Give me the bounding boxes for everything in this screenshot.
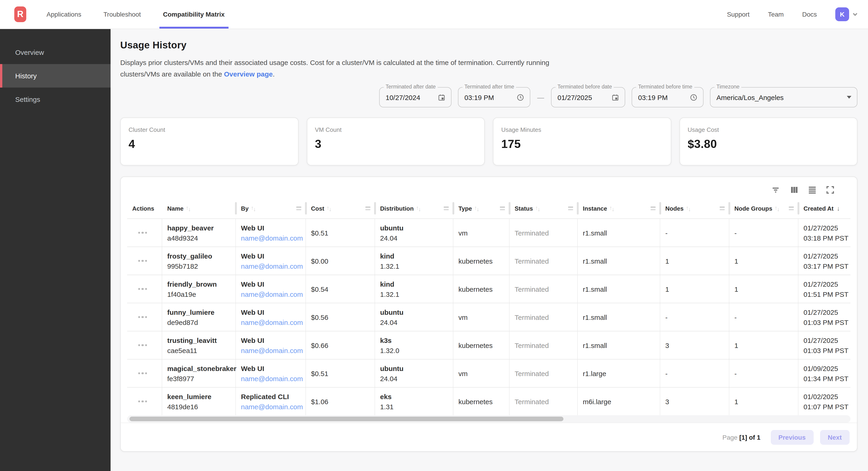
nav-link-support[interactable]: Support <box>727 10 750 18</box>
sort-desc-icon[interactable]: ↓ <box>837 205 840 212</box>
column-menu-icon[interactable] <box>789 206 794 210</box>
chevron-down-icon <box>852 11 858 17</box>
tab-troubleshoot[interactable]: Troubleshoot <box>103 0 141 29</box>
node-groups-cell: - <box>729 359 799 387</box>
fullscreen-icon[interactable] <box>825 184 836 196</box>
status-cell: Terminated <box>509 303 578 331</box>
sidebar-item-overview[interactable]: Overview <box>0 40 111 64</box>
stat-cards: Cluster Count 4 VM Count 3 Usage Minutes… <box>120 118 858 166</box>
sort-icon[interactable]: ↑↓ <box>775 206 780 211</box>
avatar[interactable]: K <box>835 7 849 21</box>
row-actions-button[interactable] <box>135 229 150 237</box>
tab-applications[interactable]: Applications <box>46 0 81 29</box>
column-menu-icon[interactable] <box>568 206 573 210</box>
horizontal-scrollbar[interactable] <box>127 415 850 422</box>
column-menu-icon[interactable] <box>444 206 449 210</box>
table-row: keen_lumiere 4819de16 Replicated CLI nam… <box>127 387 850 415</box>
stat-usage-minutes: Usage Minutes 175 <box>493 118 671 166</box>
terminated-before-date-field[interactable]: Terminated before date 01/27/2025 <box>551 87 625 107</box>
created-by-email-link[interactable]: name@domain.com <box>241 346 302 354</box>
nodes-value: 1 <box>665 285 725 293</box>
created-by-email-link[interactable]: name@domain.com <box>241 290 302 298</box>
type-value: kubernetes <box>458 257 505 265</box>
created-at-cell: 01/27/2025 01:03 PM PST <box>799 331 852 359</box>
sort-icon[interactable]: ↑↓ <box>416 206 421 211</box>
terminated-after-time-field[interactable]: Terminated after time 03:19 PM <box>458 87 530 107</box>
created-by-email-link[interactable]: name@domain.com <box>241 375 302 382</box>
created-by-email-link[interactable]: name@domain.com <box>241 318 302 326</box>
col-header-distribution[interactable]: Distribution↑↓ <box>375 198 453 218</box>
node-groups-value: - <box>734 229 794 237</box>
sort-icon[interactable]: ↑↓ <box>251 206 256 211</box>
next-page-button[interactable]: Next <box>820 430 849 444</box>
column-menu-icon[interactable] <box>296 206 301 210</box>
nav-link-docs[interactable]: Docs <box>802 10 817 18</box>
status-cell: Terminated <box>509 331 578 359</box>
top-navigation: R Applications Troubleshoot Compatibilit… <box>0 0 868 29</box>
col-header-name[interactable]: Name↑↓ <box>162 198 236 218</box>
timezone-select[interactable]: Timezone America/Los_Angeles <box>710 87 858 107</box>
density-icon[interactable] <box>807 184 818 196</box>
row-actions-button[interactable] <box>135 370 150 377</box>
tab-compatibility-matrix[interactable]: Compatibility Matrix <box>163 0 225 29</box>
sort-icon[interactable]: ↑↓ <box>610 206 615 211</box>
instance-cell: r1.small <box>578 247 660 275</box>
table-footer: Page [1] of 1 Previous Next <box>121 422 857 451</box>
row-actions-button[interactable] <box>135 314 150 321</box>
col-header-node-groups[interactable]: Node Groups↑↓ <box>729 198 799 218</box>
instance-value: r1.small <box>583 257 656 265</box>
previous-page-button[interactable]: Previous <box>771 430 813 444</box>
col-header-status[interactable]: Status↑↓ <box>509 198 578 218</box>
node-groups-value: - <box>734 370 794 377</box>
user-menu[interactable]: K <box>835 7 858 21</box>
overview-page-link[interactable]: Overview page <box>224 70 273 78</box>
distribution-version: 24.04 <box>380 234 449 242</box>
clock-icon[interactable] <box>517 93 524 101</box>
column-menu-icon[interactable] <box>651 206 656 210</box>
sort-icon[interactable]: ↑↓ <box>474 206 479 211</box>
created-time: 01:07 PM PST <box>804 403 848 410</box>
filter-icon[interactable] <box>771 184 782 196</box>
terminated-before-time-field[interactable]: Terminated before time 03:19 PM <box>632 87 704 107</box>
terminated-after-date-field[interactable]: Terminated after date 10/27/2024 <box>379 87 452 107</box>
cluster-id: 4819de16 <box>167 403 232 410</box>
sidebar-item-settings[interactable]: Settings <box>0 88 111 111</box>
sort-icon[interactable]: ↑↓ <box>186 206 191 211</box>
column-menu-icon[interactable] <box>365 206 370 210</box>
stat-label: Usage Minutes <box>501 126 663 133</box>
scrollbar-thumb[interactable] <box>129 417 563 421</box>
clock-icon[interactable] <box>690 93 698 101</box>
col-header-created-at[interactable]: Created At↓ <box>799 198 850 218</box>
columns-icon[interactable] <box>789 184 800 196</box>
row-actions-button[interactable] <box>135 342 150 349</box>
col-header-nodes[interactable]: Nodes↑↓ <box>660 198 729 218</box>
created-by-email-link[interactable]: name@domain.com <box>241 234 302 242</box>
col-header-cost[interactable]: Cost↑↓ <box>306 198 375 218</box>
row-actions-button[interactable] <box>135 257 150 265</box>
sort-icon[interactable]: ↑↓ <box>327 206 332 211</box>
calendar-icon[interactable] <box>611 93 619 101</box>
row-actions-button[interactable] <box>135 398 150 405</box>
instance-value: r1.small <box>583 313 656 321</box>
sidebar-item-history[interactable]: History <box>0 64 111 88</box>
column-menu-icon[interactable] <box>720 206 725 210</box>
sort-icon[interactable]: ↑↓ <box>686 206 691 211</box>
column-menu-icon[interactable] <box>500 206 505 210</box>
description-period: . <box>273 70 275 78</box>
created-by-email-link[interactable]: name@domain.com <box>241 262 302 270</box>
nodes-cell: 3 <box>660 331 729 359</box>
row-actions-button[interactable] <box>135 285 150 293</box>
nav-link-team[interactable]: Team <box>768 10 784 18</box>
brand-logo[interactable]: R <box>14 6 26 22</box>
col-header-instance[interactable]: Instance↑↓ <box>578 198 660 218</box>
name-cell: keen_lumiere 4819de16 <box>162 388 236 415</box>
type-cell: vm <box>453 359 509 387</box>
sort-icon[interactable]: ↑↓ <box>535 206 540 211</box>
cost-value: $0.51 <box>311 229 371 237</box>
col-header-by[interactable]: By↑↓ <box>236 198 306 218</box>
page-indicator: Page [1] of 1 <box>722 434 761 441</box>
col-header-type[interactable]: Type↑↓ <box>453 198 509 218</box>
calendar-icon[interactable] <box>438 93 445 101</box>
actions-cell <box>127 388 162 415</box>
created-by-email-link[interactable]: name@domain.com <box>241 403 302 410</box>
